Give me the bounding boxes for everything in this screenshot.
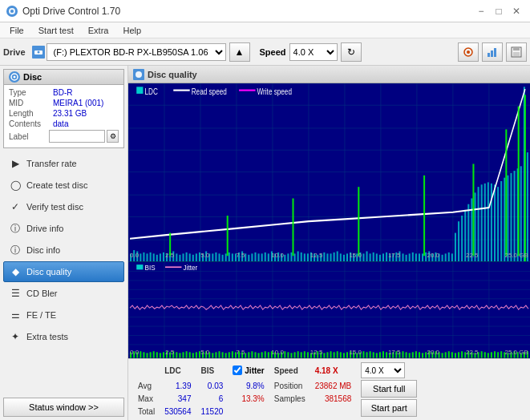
- svg-rect-179: [423, 176, 425, 256]
- extra-tests-icon: ✦: [9, 330, 22, 343]
- drive-select[interactable]: (F:) PLEXTOR BD-R PX-LB950SA 1.06: [47, 43, 226, 61]
- speed-select[interactable]: 4.0 X 1.0 X 2.0 X 6.0 X: [289, 43, 338, 61]
- contents-value: data: [53, 119, 68, 128]
- svg-point-13: [14, 76, 16, 79]
- svg-text:Read speed: Read speed: [192, 87, 227, 97]
- burn-button[interactable]: [458, 42, 479, 62]
- speed-header: Speed: [269, 361, 310, 379]
- analyze-button[interactable]: [482, 42, 503, 62]
- jitter-check-input[interactable]: [233, 365, 242, 375]
- save-button[interactable]: [506, 42, 527, 62]
- sidebar-item-disc-info[interactable]: ⓘ Disc info: [3, 240, 124, 260]
- window-controls: − □ ✕: [474, 4, 524, 18]
- svg-rect-334: [136, 265, 143, 270]
- position-label: Position: [269, 379, 310, 392]
- create-test-disc-label: Create test disc: [26, 180, 87, 190]
- minimize-button[interactable]: −: [474, 4, 488, 18]
- eject-button[interactable]: ▲: [229, 42, 250, 62]
- sidebar: Disc Type BD-R MID MEIRA1 (001) Length 2…: [0, 66, 128, 420]
- transfer-rate-icon: ▶: [9, 157, 22, 170]
- disc-panel-title: Disc: [23, 72, 42, 82]
- svg-rect-169: [510, 173, 512, 261]
- top-chart: 400 350 300 250 200 150 100 50 18X 16X 1…: [128, 83, 530, 261]
- quality-speed-select[interactable]: 4.0 X 2.0 X 8.0 X: [361, 362, 405, 378]
- menu-help[interactable]: Help: [116, 24, 148, 37]
- main-toolbar: Drive (F:) PLEXTOR BD-R PX-LB950SA 1.06 …: [0, 38, 530, 66]
- bis-header: BIS: [196, 361, 229, 379]
- samples-val: 381568: [310, 392, 357, 405]
- stats-table: LDC BIS Jitter Speed 4.18 X 4.0 X 2.0 X: [133, 361, 422, 418]
- svg-rect-162: [488, 182, 489, 261]
- max-jitter: 13.3%: [228, 392, 269, 405]
- svg-rect-161: [484, 184, 486, 262]
- menu-file[interactable]: File: [3, 24, 30, 37]
- drive-info-label: Drive info: [26, 224, 63, 233]
- svg-rect-165: [497, 187, 499, 261]
- disc-panel: Disc Type BD-R MID MEIRA1 (001) Length 2…: [3, 69, 124, 148]
- svg-text:BIS: BIS: [144, 265, 156, 273]
- sidebar-item-verify-test-disc[interactable]: ✓ Verify test disc: [3, 196, 124, 217]
- total-label: Total: [133, 405, 160, 418]
- position-val: 23862 MB: [310, 379, 357, 392]
- sidebar-item-fe-te[interactable]: ⚌ FE / TE: [3, 305, 124, 325]
- label-input[interactable]: [49, 130, 105, 143]
- refresh-button[interactable]: ↻: [341, 42, 362, 62]
- svg-rect-167: [504, 178, 505, 262]
- svg-rect-168: [507, 176, 508, 262]
- svg-point-14: [136, 71, 142, 78]
- disc-info-icon: ⓘ: [9, 244, 22, 256]
- cd-bler-label: CD Bler: [26, 289, 58, 298]
- jitter-checkbox[interactable]: Jitter: [233, 365, 264, 375]
- mid-label: MID: [9, 99, 53, 107]
- max-bis: 6: [196, 392, 229, 405]
- avg-label: Avg: [133, 379, 160, 392]
- fe-te-icon: ⚌: [9, 309, 22, 321]
- contents-label: Contents: [9, 119, 53, 128]
- drive-icon: [32, 46, 45, 59]
- fe-te-label: FE / TE: [26, 310, 56, 320]
- samples-label: Samples: [269, 392, 310, 405]
- total-bis: 11520: [196, 405, 229, 418]
- disc-panel-header: Disc: [4, 70, 123, 85]
- maximize-button[interactable]: □: [492, 4, 506, 18]
- avg-jitter: 9.8%: [228, 379, 269, 392]
- disc-quality-label: Disc quality: [26, 267, 71, 277]
- svg-rect-174: [527, 152, 528, 261]
- svg-rect-172: [520, 166, 522, 261]
- label-edit-button[interactable]: ⚙: [107, 130, 119, 143]
- status-window-button[interactable]: Status window >>: [3, 398, 124, 417]
- sidebar-item-extra-tests[interactable]: ✦ Extra tests: [3, 326, 124, 347]
- title-bar: Opti Drive Control 1.70 − □ ✕: [0, 0, 530, 22]
- menu-extra[interactable]: Extra: [82, 24, 115, 37]
- sidebar-item-transfer-rate[interactable]: ▶ Transfer rate: [3, 153, 124, 174]
- sidebar-item-cd-bler[interactable]: ☰ CD Bler: [3, 283, 124, 304]
- start-part-button[interactable]: Start part: [361, 399, 417, 417]
- type-label: Type: [9, 88, 53, 97]
- svg-rect-159: [478, 187, 479, 261]
- svg-text:Jitter: Jitter: [184, 265, 198, 273]
- svg-rect-163: [491, 184, 492, 262]
- svg-rect-164: [494, 184, 496, 261]
- svg-rect-8: [494, 48, 496, 57]
- menu-start-test[interactable]: Start test: [32, 24, 80, 37]
- sidebar-item-drive-info[interactable]: ⓘ Drive info: [3, 218, 124, 239]
- disc-panel-icon: [9, 71, 20, 83]
- quality-icon: [133, 69, 144, 80]
- start-full-button[interactable]: Start full: [361, 380, 417, 398]
- verify-test-disc-label: Verify test disc: [26, 202, 83, 212]
- close-button[interactable]: ✕: [509, 4, 524, 18]
- total-ldc: 530564: [160, 405, 196, 418]
- app-title: Opti Drive Control 1.70: [22, 6, 120, 17]
- sidebar-item-create-test-disc[interactable]: ◯ Create test disc: [3, 175, 124, 196]
- ldc-header: LDC: [160, 361, 196, 379]
- svg-rect-183: [524, 95, 526, 261]
- app-icon: [6, 6, 18, 17]
- sidebar-item-disc-quality[interactable]: ◆ Disc quality: [3, 261, 124, 282]
- drive-label: Drive: [3, 47, 26, 57]
- sidebar-nav: ▶ Transfer rate ◯ Create test disc ✓ Ver…: [0, 151, 127, 349]
- disc-info-label: Disc info: [26, 245, 60, 255]
- length-value: 23.31 GB: [53, 109, 87, 118]
- svg-rect-190: [128, 262, 530, 358]
- svg-point-5: [467, 50, 470, 54]
- verify-test-disc-icon: ✓: [9, 200, 22, 213]
